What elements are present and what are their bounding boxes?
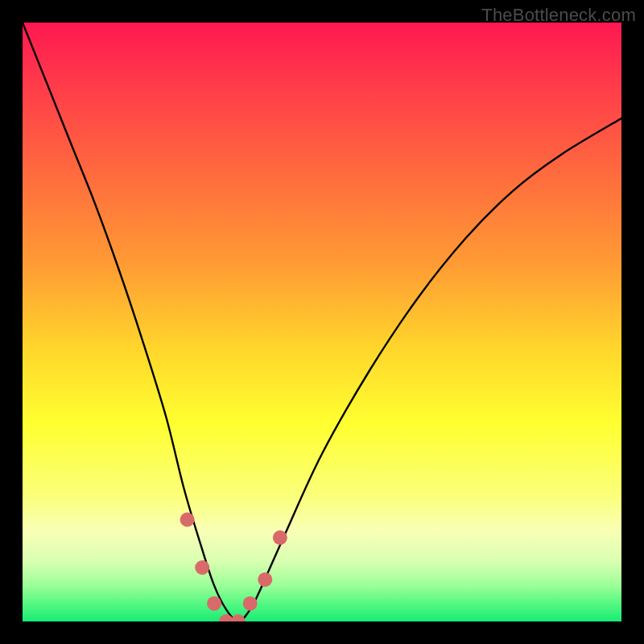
chart-frame: TheBottleneck.com <box>0 0 644 644</box>
chart-svg <box>23 23 621 621</box>
highlight-dot <box>207 597 221 611</box>
highlight-dot <box>258 572 272 587</box>
highlight-dot <box>231 614 246 621</box>
highlight-dot <box>243 597 258 611</box>
bottleneck-curve-path <box>23 23 621 621</box>
highlight-dot <box>273 530 287 545</box>
highlight-dot <box>195 560 209 575</box>
watermark-text: TheBottleneck.com <box>481 5 636 26</box>
highlight-dot <box>180 513 195 527</box>
chart-plot-area <box>23 23 621 621</box>
